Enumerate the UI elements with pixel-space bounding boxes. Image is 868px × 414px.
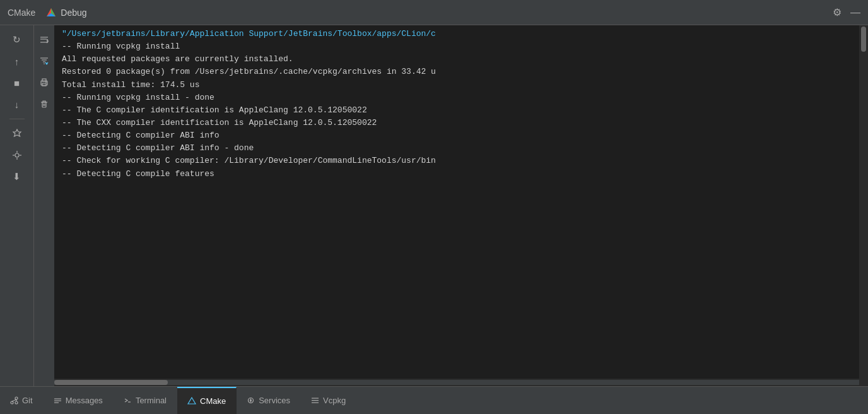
- svg-line-28: [12, 399, 16, 401]
- console-line: -- The CXX compiler identification is Ap…: [54, 117, 859, 129]
- scrollbar-thumb[interactable]: [54, 380, 168, 385]
- console-line: Restored 0 package(s) from /Users/jetbra…: [54, 66, 859, 78]
- delete-icon: [40, 100, 49, 109]
- download-button[interactable]: ⬇: [8, 167, 26, 186]
- svg-point-4: [15, 153, 19, 157]
- delete-button[interactable]: [35, 95, 54, 114]
- horizontal-scrollbar[interactable]: [54, 379, 859, 386]
- tab-cmake-label: CMake: [200, 396, 226, 406]
- minimize-icon[interactable]: —: [850, 7, 860, 18]
- tab-vcpkg-label: Vcpkg: [323, 396, 346, 405]
- svg-rect-22: [42, 102, 46, 107]
- console-line: -- Check for working C compiler: /Librar…: [54, 155, 859, 167]
- cmake-settings-icon: [12, 129, 22, 139]
- app-name: CMake: [8, 8, 35, 18]
- scrollbar-track: [54, 380, 859, 385]
- tab-messages-label: Messages: [66, 396, 103, 405]
- svg-marker-3: [13, 129, 21, 136]
- refresh-button[interactable]: ↻: [8, 30, 26, 49]
- toolbar-divider: [9, 119, 25, 119]
- terminal-icon: [124, 396, 132, 405]
- svg-marker-36: [250, 398, 252, 403]
- tab-terminal[interactable]: Terminal: [114, 387, 177, 414]
- inner-toolbar: [34, 25, 54, 386]
- word-wrap-button[interactable]: [35, 30, 54, 49]
- console-output[interactable]: "/Users/jetbrains/Library/Application Su…: [54, 25, 859, 379]
- messages-icon: [54, 396, 62, 405]
- debug-tab[interactable]: Debug: [45, 7, 86, 18]
- vcpkg-icon: [311, 396, 319, 405]
- tab-messages[interactable]: Messages: [44, 387, 114, 414]
- console-line: -- Running vcpkg install: [54, 40, 859, 53]
- stop-button[interactable]: ■: [8, 73, 26, 92]
- console-line: -- Detecting C compiler ABI info - done: [54, 142, 859, 155]
- svg-point-25: [11, 401, 13, 404]
- config-icon: [12, 150, 22, 160]
- left-toolbar: ↻ ↑ ■ ↓ ⬇: [0, 25, 34, 386]
- cmake-icon: [187, 397, 196, 406]
- svg-point-26: [15, 397, 18, 399]
- debug-label: Debug: [61, 8, 86, 18]
- services-icon: [247, 396, 255, 405]
- title-bar: CMake Debug ⚙ —: [0, 0, 868, 25]
- cmake-triangle-icon: [45, 7, 57, 18]
- tab-services[interactable]: Services: [237, 387, 301, 414]
- tab-vcpkg[interactable]: Vcpkg: [301, 387, 356, 414]
- scroll-down-button[interactable]: ↓: [8, 95, 26, 114]
- svg-marker-34: [188, 398, 196, 404]
- vertical-scrollbar[interactable]: [859, 25, 868, 386]
- print-icon: [40, 78, 49, 87]
- svg-point-21: [45, 81, 47, 83]
- cmake-settings-button[interactable]: [8, 124, 26, 143]
- console-line: -- Detecting C compiler ABI info: [54, 129, 859, 142]
- tab-services-label: Services: [259, 396, 290, 405]
- git-icon: [10, 396, 18, 405]
- console-line: -- Running vcpkg install - done: [54, 92, 859, 104]
- bottom-tab-bar: Git Messages Terminal CMake Services: [0, 386, 868, 414]
- console-line: All requested packages are currently ins…: [54, 53, 859, 66]
- console-line: Total install time: 174.5 us: [54, 79, 859, 92]
- config-button[interactable]: [8, 146, 26, 165]
- tab-git[interactable]: Git: [0, 387, 44, 414]
- settings-icon[interactable]: ⚙: [833, 6, 842, 18]
- filter-button[interactable]: [35, 52, 54, 71]
- tab-terminal-label: Terminal: [136, 396, 167, 405]
- scrollbar-v-thumb[interactable]: [861, 27, 866, 52]
- word-wrap-icon: [40, 35, 49, 44]
- scroll-up-button[interactable]: ↑: [8, 52, 26, 71]
- console-line: -- The C compiler identification is Appl…: [54, 104, 859, 117]
- title-bar-icons: ⚙ —: [833, 6, 860, 18]
- print-button[interactable]: [35, 73, 54, 92]
- tab-git-label: Git: [22, 396, 33, 405]
- main-area: ↻ ↑ ■ ↓ ⬇: [0, 25, 868, 386]
- console-area: "/Users/jetbrains/Library/Application Su…: [54, 25, 859, 386]
- console-line: "/Users/jetbrains/Library/Application Su…: [54, 28, 859, 40]
- svg-point-27: [15, 401, 18, 404]
- console-line: -- Detecting C compile features: [54, 168, 859, 180]
- tab-cmake[interactable]: CMake: [177, 387, 237, 414]
- filter-icon: [40, 57, 49, 66]
